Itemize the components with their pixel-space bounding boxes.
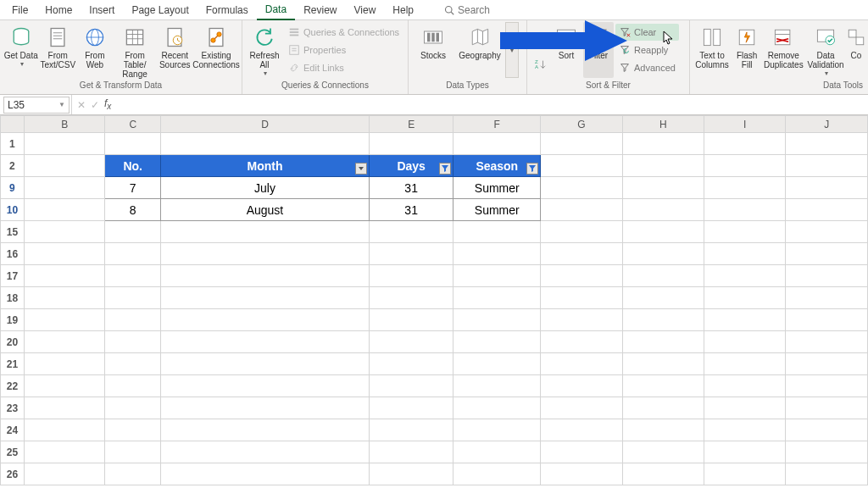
cell[interactable] — [704, 441, 786, 463]
cell[interactable] — [105, 441, 161, 463]
cell[interactable] — [161, 441, 370, 463]
enter-formula-icon[interactable]: ✓ — [91, 99, 99, 111]
cell[interactable] — [161, 309, 370, 331]
cell[interactable] — [24, 133, 104, 155]
col-header-C[interactable]: C — [105, 116, 161, 133]
cell[interactable] — [622, 331, 704, 353]
cell[interactable]: Month — [161, 155, 370, 177]
cell[interactable] — [369, 353, 453, 375]
cell[interactable] — [453, 133, 541, 155]
cell[interactable] — [541, 375, 622, 397]
cell[interactable] — [541, 419, 622, 441]
cell[interactable] — [161, 331, 370, 353]
cell[interactable] — [622, 177, 704, 199]
cell[interactable] — [622, 375, 704, 397]
cell[interactable] — [704, 287, 786, 309]
cell[interactable] — [541, 463, 622, 485]
cell[interactable] — [541, 177, 622, 199]
cell[interactable] — [704, 309, 786, 331]
cell[interactable] — [541, 331, 622, 353]
get-data-button[interactable]: Get Data — [3, 22, 38, 78]
recent-sources-button[interactable]: Recent Sources — [158, 22, 192, 78]
cell[interactable] — [704, 177, 786, 199]
col-header-J[interactable]: J — [786, 116, 868, 133]
tab-insert[interactable]: Insert — [81, 1, 123, 19]
cell[interactable] — [622, 221, 704, 243]
cell[interactable] — [704, 221, 786, 243]
data-types-expand[interactable]: ▾ — [505, 22, 519, 78]
advanced-filter-button[interactable]: Advanced — [615, 59, 679, 76]
col-header-I[interactable]: I — [704, 116, 786, 133]
cell[interactable] — [369, 331, 453, 353]
cell[interactable] — [541, 441, 622, 463]
cell[interactable] — [541, 265, 622, 287]
cell[interactable] — [453, 243, 541, 265]
geography-button[interactable]: Geography — [456, 22, 504, 78]
cell[interactable] — [786, 441, 868, 463]
consolidate-button[interactable]: Co — [848, 22, 865, 78]
remove-duplicates-button[interactable]: Remove Duplicates — [763, 22, 804, 78]
cell[interactable] — [24, 375, 104, 397]
col-header-E[interactable]: E — [369, 116, 453, 133]
from-table-range-button[interactable]: From Table/ Range — [114, 22, 156, 78]
cell[interactable] — [704, 375, 786, 397]
cell[interactable] — [786, 309, 868, 331]
cell[interactable] — [541, 243, 622, 265]
sort-za-button[interactable]: ZA — [531, 53, 549, 75]
cell[interactable] — [786, 287, 868, 309]
cell[interactable] — [105, 243, 161, 265]
cell[interactable] — [105, 353, 161, 375]
cell[interactable] — [24, 331, 104, 353]
sort-button[interactable]: Sort — [551, 22, 581, 78]
edit-links-button[interactable]: Edit Links — [285, 59, 403, 76]
existing-connections-button[interactable]: Existing Connections — [194, 22, 238, 78]
cell[interactable] — [704, 243, 786, 265]
cell[interactable] — [704, 353, 786, 375]
row-header-21[interactable]: 21 — [1, 353, 25, 375]
cell[interactable] — [161, 353, 370, 375]
text-to-columns-button[interactable]: Text to Columns — [693, 22, 731, 78]
filter-dropdown-season[interactable] — [526, 163, 538, 175]
cell[interactable] — [453, 397, 541, 419]
cell[interactable] — [453, 353, 541, 375]
cell[interactable] — [24, 353, 104, 375]
cell[interactable] — [453, 419, 541, 441]
cell[interactable] — [786, 133, 868, 155]
filter-dropdown-days[interactable] — [439, 163, 451, 175]
cell[interactable] — [786, 375, 868, 397]
filter-dropdown-month[interactable] — [355, 163, 367, 175]
cell[interactable] — [453, 463, 541, 485]
tab-review[interactable]: Review — [295, 1, 345, 19]
cell[interactable] — [24, 463, 104, 485]
cell[interactable] — [24, 309, 104, 331]
cell[interactable] — [541, 133, 622, 155]
row-header-19[interactable]: 19 — [1, 309, 25, 331]
cell[interactable] — [161, 375, 370, 397]
row-header-26[interactable]: 26 — [1, 463, 25, 485]
cell[interactable] — [161, 133, 370, 155]
row-header-25[interactable]: 25 — [1, 441, 25, 463]
properties-button[interactable]: Properties — [285, 42, 403, 58]
cell[interactable] — [622, 441, 704, 463]
cell[interactable] — [453, 265, 541, 287]
cell[interactable] — [105, 463, 161, 485]
cell[interactable] — [24, 221, 104, 243]
cell[interactable]: Season — [453, 155, 541, 177]
cell[interactable] — [369, 419, 453, 441]
cell[interactable] — [453, 221, 541, 243]
row-header-17[interactable]: 17 — [1, 265, 25, 287]
cell[interactable] — [786, 177, 868, 199]
cell[interactable] — [161, 419, 370, 441]
cell[interactable] — [369, 375, 453, 397]
cell[interactable] — [453, 441, 541, 463]
cell[interactable] — [369, 287, 453, 309]
formula-input[interactable] — [116, 97, 868, 114]
cell[interactable] — [161, 463, 370, 485]
cell[interactable] — [704, 397, 786, 419]
tab-data[interactable]: Data — [257, 0, 295, 20]
cell[interactable] — [541, 397, 622, 419]
cell[interactable] — [105, 375, 161, 397]
col-header-G[interactable]: G — [541, 116, 622, 133]
row-header-9[interactable]: 9 — [1, 177, 25, 199]
cell[interactable] — [622, 243, 704, 265]
